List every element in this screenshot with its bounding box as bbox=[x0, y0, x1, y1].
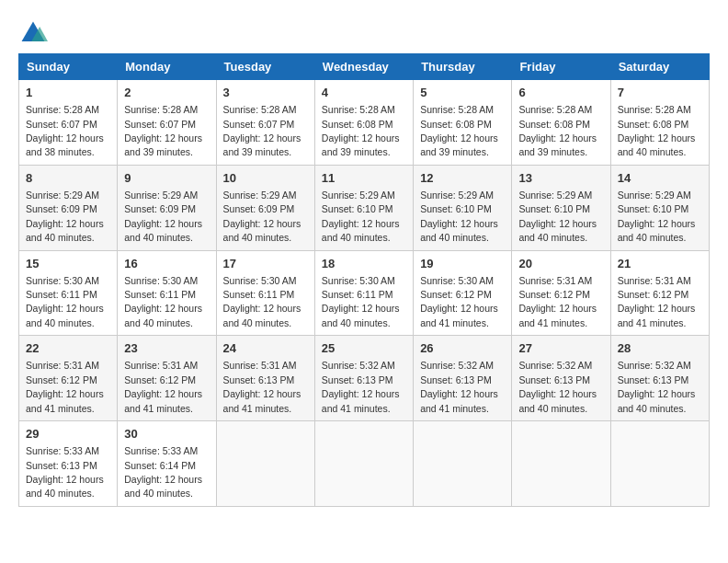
day-info: Sunrise: 5:28 AMSunset: 6:07 PMDaylight:… bbox=[124, 104, 202, 157]
calendar-cell: 13 Sunrise: 5:29 AMSunset: 6:10 PMDaylig… bbox=[512, 165, 610, 250]
calendar-table: SundayMondayTuesdayWednesdayThursdayFrid… bbox=[18, 53, 710, 507]
calendar-cell: 23 Sunrise: 5:31 AMSunset: 6:12 PMDaylig… bbox=[118, 336, 216, 421]
logo bbox=[18, 18, 51, 48]
day-number: 24 bbox=[223, 340, 308, 357]
header-monday: Monday bbox=[118, 54, 216, 80]
calendar-cell bbox=[216, 421, 314, 507]
day-info: Sunrise: 5:28 AMSunset: 6:07 PMDaylight:… bbox=[223, 104, 301, 157]
day-number: 3 bbox=[223, 85, 308, 101]
day-number: 15 bbox=[26, 256, 110, 272]
calendar-header-row: SundayMondayTuesdayWednesdayThursdayFrid… bbox=[19, 54, 710, 80]
calendar-cell: 5 Sunrise: 5:28 AMSunset: 6:08 PMDayligh… bbox=[414, 80, 512, 166]
day-number: 17 bbox=[223, 256, 308, 272]
calendar-cell: 16 Sunrise: 5:30 AMSunset: 6:11 PMDaylig… bbox=[118, 250, 216, 336]
day-number: 13 bbox=[518, 170, 603, 187]
week-row-2: 8 Sunrise: 5:29 AMSunset: 6:09 PMDayligh… bbox=[19, 165, 710, 250]
day-info: Sunrise: 5:31 AMSunset: 6:13 PMDaylight:… bbox=[223, 360, 301, 413]
day-info: Sunrise: 5:33 AMSunset: 6:13 PMDaylight:… bbox=[26, 445, 104, 499]
calendar-cell: 21 Sunrise: 5:31 AMSunset: 6:12 PMDaylig… bbox=[610, 250, 709, 336]
day-info: Sunrise: 5:31 AMSunset: 6:12 PMDaylight:… bbox=[518, 275, 597, 328]
day-number: 25 bbox=[322, 340, 406, 357]
calendar-cell: 24 Sunrise: 5:31 AMSunset: 6:13 PMDaylig… bbox=[216, 336, 314, 421]
day-number: 21 bbox=[618, 256, 702, 272]
calendar-cell bbox=[512, 421, 610, 507]
calendar-cell: 30 Sunrise: 5:33 AMSunset: 6:14 PMDaylig… bbox=[118, 421, 216, 507]
calendar-cell: 14 Sunrise: 5:29 AMSunset: 6:10 PMDaylig… bbox=[610, 165, 709, 250]
header-friday: Friday bbox=[512, 54, 610, 80]
calendar-cell: 9 Sunrise: 5:29 AMSunset: 6:09 PMDayligh… bbox=[118, 165, 216, 250]
week-row-5: 29 Sunrise: 5:33 AMSunset: 6:13 PMDaylig… bbox=[19, 421, 710, 507]
day-info: Sunrise: 5:30 AMSunset: 6:11 PMDaylight:… bbox=[223, 275, 301, 328]
day-info: Sunrise: 5:31 AMSunset: 6:12 PMDaylight:… bbox=[26, 360, 104, 413]
day-number: 12 bbox=[420, 170, 505, 187]
day-info: Sunrise: 5:30 AMSunset: 6:12 PMDaylight:… bbox=[420, 275, 498, 328]
day-number: 27 bbox=[518, 340, 603, 357]
calendar-cell: 11 Sunrise: 5:29 AMSunset: 6:10 PMDaylig… bbox=[314, 165, 413, 250]
calendar-cell: 7 Sunrise: 5:28 AMSunset: 6:08 PMDayligh… bbox=[610, 80, 709, 166]
day-info: Sunrise: 5:32 AMSunset: 6:13 PMDaylight:… bbox=[518, 360, 597, 413]
header-saturday: Saturday bbox=[610, 54, 709, 80]
header-thursday: Thursday bbox=[414, 54, 512, 80]
calendar-cell: 17 Sunrise: 5:30 AMSunset: 6:11 PMDaylig… bbox=[216, 250, 314, 336]
calendar-cell: 3 Sunrise: 5:28 AMSunset: 6:07 PMDayligh… bbox=[216, 80, 314, 166]
day-number: 1 bbox=[26, 85, 110, 101]
day-info: Sunrise: 5:28 AMSunset: 6:08 PMDaylight:… bbox=[618, 104, 696, 157]
day-info: Sunrise: 5:28 AMSunset: 6:08 PMDaylight:… bbox=[420, 104, 498, 157]
day-number: 8 bbox=[26, 170, 110, 187]
calendar-cell: 28 Sunrise: 5:32 AMSunset: 6:13 PMDaylig… bbox=[610, 336, 709, 421]
calendar-cell bbox=[314, 421, 413, 507]
day-info: Sunrise: 5:29 AMSunset: 6:10 PMDaylight:… bbox=[518, 190, 597, 243]
day-number: 4 bbox=[322, 85, 406, 101]
calendar-cell: 19 Sunrise: 5:30 AMSunset: 6:12 PMDaylig… bbox=[414, 250, 512, 336]
header-sunday: Sunday bbox=[19, 54, 118, 80]
week-row-3: 15 Sunrise: 5:30 AMSunset: 6:11 PMDaylig… bbox=[19, 250, 710, 336]
day-info: Sunrise: 5:31 AMSunset: 6:12 PMDaylight:… bbox=[618, 275, 696, 328]
day-info: Sunrise: 5:28 AMSunset: 6:07 PMDaylight:… bbox=[26, 104, 104, 157]
calendar-cell: 6 Sunrise: 5:28 AMSunset: 6:08 PMDayligh… bbox=[512, 80, 610, 166]
day-info: Sunrise: 5:32 AMSunset: 6:13 PMDaylight:… bbox=[322, 360, 400, 413]
day-number: 28 bbox=[618, 340, 702, 357]
calendar-cell: 2 Sunrise: 5:28 AMSunset: 6:07 PMDayligh… bbox=[118, 80, 216, 166]
day-info: Sunrise: 5:28 AMSunset: 6:08 PMDaylight:… bbox=[518, 104, 597, 157]
calendar-cell: 15 Sunrise: 5:30 AMSunset: 6:11 PMDaylig… bbox=[19, 250, 118, 336]
day-info: Sunrise: 5:32 AMSunset: 6:13 PMDaylight:… bbox=[420, 360, 498, 413]
day-info: Sunrise: 5:30 AMSunset: 6:11 PMDaylight:… bbox=[124, 275, 202, 328]
day-info: Sunrise: 5:29 AMSunset: 6:09 PMDaylight:… bbox=[26, 190, 104, 243]
calendar-cell: 22 Sunrise: 5:31 AMSunset: 6:12 PMDaylig… bbox=[19, 336, 118, 421]
week-row-1: 1 Sunrise: 5:28 AMSunset: 6:07 PMDayligh… bbox=[19, 80, 710, 166]
day-number: 18 bbox=[322, 256, 406, 272]
day-info: Sunrise: 5:29 AMSunset: 6:10 PMDaylight:… bbox=[618, 190, 696, 243]
calendar-cell: 27 Sunrise: 5:32 AMSunset: 6:13 PMDaylig… bbox=[512, 336, 610, 421]
calendar-cell: 18 Sunrise: 5:30 AMSunset: 6:11 PMDaylig… bbox=[314, 250, 413, 336]
day-info: Sunrise: 5:29 AMSunset: 6:09 PMDaylight:… bbox=[223, 190, 301, 243]
calendar-cell: 8 Sunrise: 5:29 AMSunset: 6:09 PMDayligh… bbox=[19, 165, 118, 250]
calendar-cell: 4 Sunrise: 5:28 AMSunset: 6:08 PMDayligh… bbox=[314, 80, 413, 166]
day-number: 10 bbox=[223, 170, 308, 187]
calendar-cell: 25 Sunrise: 5:32 AMSunset: 6:13 PMDaylig… bbox=[314, 336, 413, 421]
day-number: 29 bbox=[26, 426, 110, 442]
day-number: 7 bbox=[618, 85, 702, 101]
day-info: Sunrise: 5:29 AMSunset: 6:09 PMDaylight:… bbox=[124, 190, 202, 243]
day-number: 11 bbox=[322, 170, 406, 187]
day-number: 5 bbox=[420, 85, 505, 101]
day-info: Sunrise: 5:31 AMSunset: 6:12 PMDaylight:… bbox=[124, 360, 202, 413]
calendar-cell: 12 Sunrise: 5:29 AMSunset: 6:10 PMDaylig… bbox=[414, 165, 512, 250]
calendar-cell: 10 Sunrise: 5:29 AMSunset: 6:09 PMDaylig… bbox=[216, 165, 314, 250]
day-info: Sunrise: 5:32 AMSunset: 6:13 PMDaylight:… bbox=[618, 360, 696, 413]
day-number: 2 bbox=[124, 85, 209, 101]
day-number: 22 bbox=[26, 340, 110, 357]
logo-icon bbox=[18, 18, 48, 48]
day-number: 9 bbox=[124, 170, 209, 187]
day-number: 14 bbox=[618, 170, 702, 187]
day-info: Sunrise: 5:29 AMSunset: 6:10 PMDaylight:… bbox=[322, 190, 400, 243]
day-info: Sunrise: 5:29 AMSunset: 6:10 PMDaylight:… bbox=[420, 190, 498, 243]
day-info: Sunrise: 5:30 AMSunset: 6:11 PMDaylight:… bbox=[322, 275, 400, 328]
day-info: Sunrise: 5:30 AMSunset: 6:11 PMDaylight:… bbox=[26, 275, 104, 328]
day-number: 6 bbox=[518, 85, 603, 101]
day-number: 20 bbox=[518, 256, 603, 272]
calendar-cell bbox=[414, 421, 512, 507]
day-number: 30 bbox=[124, 426, 209, 442]
calendar-cell bbox=[610, 421, 709, 507]
day-number: 26 bbox=[420, 340, 505, 357]
day-info: Sunrise: 5:33 AMSunset: 6:14 PMDaylight:… bbox=[124, 445, 202, 499]
